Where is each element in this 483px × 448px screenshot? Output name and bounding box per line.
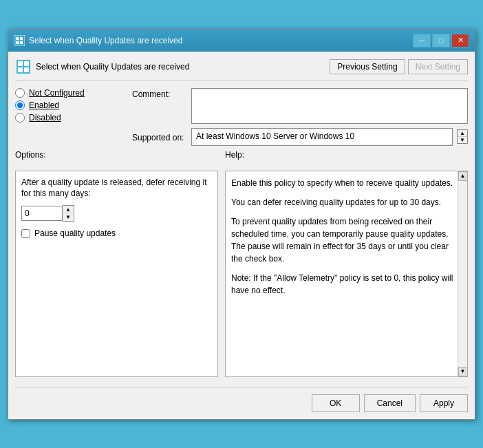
section-headers: Options: Help: — [15, 150, 468, 160]
ok-button[interactable]: OK — [312, 394, 360, 412]
options-section-label: Options: — [15, 150, 218, 160]
top-bar: Select when Quality Updates are received… — [15, 58, 468, 81]
scroll-down-arrow[interactable]: ▼ — [458, 137, 467, 143]
title-bar-controls: ─ □ ✕ — [413, 34, 469, 47]
enabled-radio[interactable] — [15, 100, 25, 110]
top-bar-title: Select when Quality Updates are received — [36, 62, 189, 72]
help-text: Enable this policy to specify when to re… — [231, 177, 462, 297]
bottom-bar: OK Cancel Apply — [15, 387, 468, 412]
scroll-up-arrow[interactable]: ▲ — [458, 130, 467, 137]
help-scroll-up[interactable]: ▲ — [458, 171, 468, 181]
svg-rect-4 — [20, 41, 23, 44]
not-configured-label[interactable]: Not Configured — [29, 88, 85, 98]
svg-rect-8 — [18, 67, 23, 72]
nav-buttons: Previous Setting Next Setting — [330, 59, 468, 74]
supported-value: At least Windows 10 Server or Windows 10 — [191, 128, 453, 146]
apply-button[interactable]: Apply — [420, 394, 468, 412]
window-icon — [14, 35, 25, 46]
pause-updates-checkbox[interactable] — [21, 229, 30, 238]
spinner-up-button[interactable]: ▲ — [63, 206, 74, 213]
previous-setting-button[interactable]: Previous Setting — [330, 59, 405, 74]
policy-icon — [15, 58, 32, 75]
main-content: Not Configured Enabled Disabled — [15, 88, 468, 412]
not-configured-radio[interactable] — [15, 88, 25, 98]
disabled-radio[interactable] — [15, 113, 25, 122]
maximize-button[interactable]: □ — [432, 34, 450, 47]
help-panel: Enable this policy to specify when to re… — [225, 171, 468, 377]
help-paragraph-2: You can defer receiving quality updates … — [231, 196, 462, 209]
main-window: Select when Quality Updates are received… — [8, 29, 475, 420]
spinner-row: ▲ ▼ — [21, 205, 212, 222]
right-panel: Comment: Supported on: At least Windows … — [132, 88, 468, 146]
comment-textarea[interactable] — [191, 88, 468, 124]
svg-rect-3 — [16, 41, 19, 44]
svg-rect-9 — [24, 67, 29, 72]
spinner-down-button[interactable]: ▼ — [63, 213, 74, 221]
help-scroll-down[interactable]: ▼ — [458, 367, 468, 376]
pause-updates-label[interactable]: Pause quality updates — [34, 228, 116, 238]
svg-rect-1 — [16, 37, 19, 40]
left-panel: Not Configured Enabled Disabled — [15, 88, 125, 146]
radio-group: Not Configured Enabled Disabled — [15, 88, 125, 122]
minimize-button[interactable]: ─ — [413, 34, 431, 47]
svg-rect-2 — [20, 37, 23, 40]
next-setting-button[interactable]: Next Setting — [408, 59, 468, 74]
svg-rect-6 — [18, 61, 23, 66]
defer-label: After a quality update is released, defe… — [21, 177, 212, 200]
comment-row: Comment: — [132, 88, 468, 124]
upper-section: Not Configured Enabled Disabled — [15, 88, 468, 146]
help-paragraph-3: To prevent quality updates from being re… — [231, 215, 462, 265]
help-paragraph-1: Enable this policy to specify when to re… — [231, 177, 462, 189]
options-help-section: After a quality update is released, defe… — [15, 171, 468, 377]
title-bar-left: Select when Quality Updates are received — [14, 35, 182, 46]
days-spinner-input[interactable] — [21, 206, 63, 221]
top-bar-left: Select when Quality Updates are received — [15, 58, 189, 75]
radio-disabled: Disabled — [15, 113, 125, 122]
spinner-buttons: ▲ ▼ — [63, 205, 74, 222]
options-panel: After a quality update is released, defe… — [15, 171, 218, 377]
cancel-button[interactable]: Cancel — [364, 394, 416, 412]
help-scrollbar: ▲ ▼ — [458, 171, 467, 376]
svg-rect-7 — [24, 61, 29, 66]
radio-enabled: Enabled — [15, 100, 125, 110]
close-button[interactable]: ✕ — [451, 34, 469, 47]
help-section-label: Help: — [225, 150, 468, 160]
radio-not-configured: Not Configured — [15, 88, 125, 98]
enabled-label[interactable]: Enabled — [29, 100, 59, 110]
window-title: Select when Quality Updates are received — [29, 36, 182, 45]
disabled-label[interactable]: Disabled — [29, 113, 61, 122]
title-bar: Select when Quality Updates are received… — [8, 30, 475, 52]
supported-on-label: Supported on: — [132, 131, 187, 142]
supported-scroll: ▲ ▼ — [457, 129, 468, 144]
supported-row: Supported on: At least Windows 10 Server… — [132, 128, 468, 146]
help-paragraph-4: Note: If the "Allow Telemetry" policy is… — [231, 272, 462, 297]
window-body: Select when Quality Updates are received… — [8, 52, 475, 419]
pause-checkbox-row: Pause quality updates — [21, 228, 212, 238]
comment-label: Comment: — [132, 88, 187, 99]
